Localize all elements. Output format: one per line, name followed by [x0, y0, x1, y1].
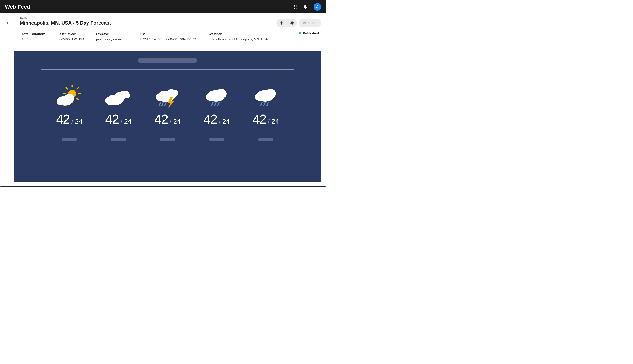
canvas-divider — [41, 69, 294, 70]
temp-readout: 42 / 24 — [105, 112, 132, 126]
svg-line-17 — [77, 98, 78, 100]
svg-rect-7 — [294, 8, 295, 9]
svg-point-36 — [206, 93, 216, 101]
svg-line-44 — [264, 102, 265, 106]
temp-low: 24 — [75, 118, 82, 125]
meta-value: 08/24/22 1:05 PM — [58, 37, 84, 41]
svg-point-35 — [216, 89, 227, 98]
thunderstorm-icon — [153, 85, 182, 108]
temp-low: 24 — [222, 118, 230, 125]
user-avatar[interactable]: J — [314, 3, 321, 11]
rain-icon — [202, 85, 231, 108]
meta-last-saved: Last Saved: 08/24/22 1:05 PM — [58, 32, 84, 41]
temp-high: 42 — [56, 112, 70, 126]
name-field-label: Name — [19, 16, 28, 19]
rain-icon — [251, 85, 280, 108]
svg-rect-8 — [296, 8, 296, 9]
svg-rect-3 — [293, 6, 294, 7]
svg-line-37 — [212, 102, 213, 106]
svg-point-29 — [156, 93, 165, 101]
svg-line-31 — [162, 102, 163, 106]
forecast-day: 42 / 24 — [101, 85, 136, 141]
editor-header: Name PUBLISH — [1, 14, 326, 28]
svg-rect-2 — [296, 5, 296, 6]
svg-line-38 — [215, 102, 216, 106]
day-label-placeholder — [111, 138, 126, 141]
temp-low: 24 — [271, 118, 279, 125]
forecast-day: 42 / 24 — [248, 85, 284, 141]
temp-high: 42 — [154, 112, 168, 126]
temp-separator: / — [268, 118, 270, 125]
temp-separator: / — [72, 118, 73, 125]
temp-low: 24 — [173, 118, 180, 125]
svg-rect-6 — [293, 8, 294, 9]
meta-label: ID: — [140, 32, 196, 36]
meta-total-duration: Total Duration: 10 Sec — [22, 32, 45, 41]
apps-grid-icon[interactable] — [292, 4, 297, 9]
top-bar: Web Feed J — [1, 0, 326, 14]
meta-id: ID: bf35f7e67e7c4ad8a8a34898bef56f39 — [140, 32, 196, 41]
meta-label: Total Duration: — [22, 32, 45, 36]
delete-button[interactable] — [276, 19, 287, 27]
temp-high: 42 — [105, 112, 119, 126]
forecast-day: 42 / 24 — [199, 85, 235, 141]
forecast-row: 42 / 24 — [27, 85, 308, 141]
svg-line-16 — [77, 88, 78, 89]
svg-rect-0 — [293, 5, 294, 6]
svg-line-15 — [66, 88, 67, 89]
svg-line-39 — [218, 102, 219, 106]
top-bar-actions: J — [292, 3, 321, 11]
app-title: Web Feed — [5, 4, 30, 10]
temp-separator: / — [170, 118, 171, 125]
temp-readout: 42 / 24 — [154, 112, 181, 126]
status-badge: Published — [299, 31, 319, 35]
svg-line-30 — [159, 102, 161, 106]
forecast-day: 42 / 24 — [150, 85, 185, 141]
day-label-placeholder — [209, 138, 224, 141]
day-label-placeholder — [258, 138, 273, 141]
meta-value: jane.doe@lorem.com — [96, 37, 128, 41]
action-pill-group — [276, 19, 297, 27]
back-button[interactable] — [5, 19, 13, 27]
notifications-icon[interactable] — [303, 4, 308, 9]
svg-rect-5 — [296, 6, 296, 7]
svg-point-20 — [57, 97, 65, 105]
name-input[interactable] — [17, 18, 272, 28]
meta-value: 10 Sec — [22, 37, 45, 41]
meta-value: 5 Day Forecast - Minneapolis, MN, USA — [208, 37, 268, 41]
settings-button[interactable] — [287, 19, 297, 27]
temp-low: 24 — [124, 118, 131, 125]
svg-point-25 — [105, 97, 115, 105]
meta-label: Weather: — [208, 32, 268, 36]
meta-weather: Weather: 5 Day Forecast - Minneapolis, M… — [208, 32, 268, 41]
app-frame: Web Feed J Name — [0, 0, 326, 187]
meta-label: Last Saved: — [58, 32, 84, 36]
name-field: Name — [17, 18, 272, 28]
meta-row: Total Duration: 10 Sec Last Saved: 08/24… — [1, 28, 326, 46]
svg-point-41 — [265, 89, 276, 98]
svg-line-45 — [267, 102, 268, 106]
status-dot-icon — [299, 32, 301, 34]
temp-separator: / — [121, 118, 122, 125]
svg-line-32 — [165, 102, 166, 106]
temp-high: 42 — [253, 112, 266, 126]
svg-rect-1 — [294, 5, 295, 6]
temp-readout: 42 / 24 — [56, 112, 82, 126]
publish-button[interactable]: PUBLISH — [299, 19, 321, 27]
temp-high: 42 — [203, 112, 217, 126]
header-actions: PUBLISH — [276, 19, 321, 27]
weather-canvas: 42 / 24 — [14, 51, 321, 182]
partly-sunny-icon — [55, 85, 84, 108]
temp-separator: / — [219, 118, 221, 125]
meta-label: Creator: — [96, 32, 128, 36]
svg-rect-4 — [294, 6, 295, 7]
svg-line-43 — [261, 102, 262, 106]
meta-value: bf35f7e67e7c4ad8a8a34898bef56f39 — [140, 37, 196, 41]
day-label-placeholder — [62, 138, 77, 141]
cloudy-icon — [104, 85, 133, 108]
svg-point-19 — [65, 94, 74, 102]
preview-area: 42 / 24 — [1, 46, 326, 182]
svg-point-42 — [255, 93, 265, 101]
forecast-day: 42 / 24 — [51, 85, 87, 141]
meta-creator: Creator: jane.doe@lorem.com — [96, 32, 128, 41]
